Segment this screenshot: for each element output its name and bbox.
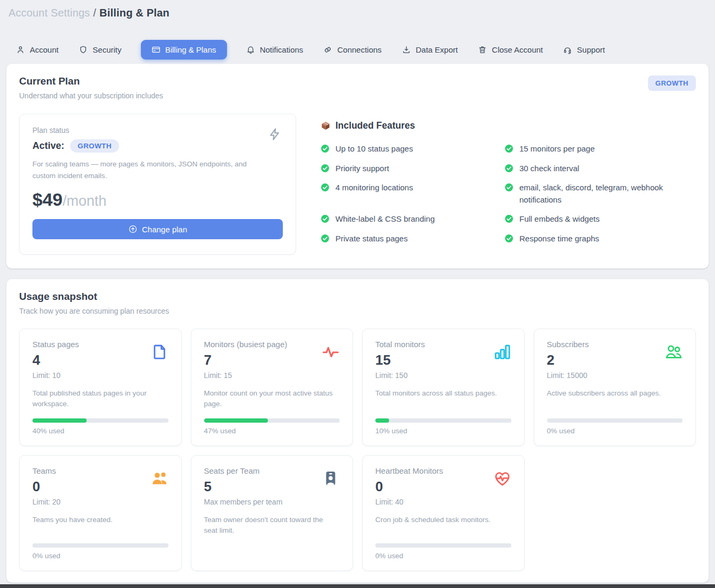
usage-title: Usage snapshot	[19, 291, 696, 303]
usage-progress: 40% used	[32, 410, 169, 435]
usage-subtitle: Track how you are consuming plan resourc…	[19, 307, 696, 315]
settings-page: Account Settings/Billing & Plan Account …	[0, 0, 715, 583]
usage-card-limit: Limit: 20	[32, 498, 61, 506]
usage-progress: 47% used	[204, 410, 340, 435]
current-plan-title: Current Plan	[19, 75, 163, 87]
feature-item: 4 monitoring locations	[321, 182, 504, 206]
plan-price: $49	[32, 189, 63, 210]
tab-support[interactable]: Support	[562, 40, 606, 59]
usage-grid: Status pages 4 Limit: 10 Total published…	[19, 329, 696, 571]
feature-item: Full embeds & widgets	[504, 213, 701, 225]
usage-card-description: Total published status pages in your wor…	[32, 388, 169, 410]
check-icon	[321, 144, 330, 153]
progress-bar	[375, 418, 511, 423]
check-icon	[504, 214, 514, 223]
screen-bottom-edge	[0, 584, 715, 588]
feature-label: Response time graphs	[519, 233, 599, 245]
usage-card: Seats per Team 5 Max members per team Te…	[191, 455, 354, 571]
usage-card: Total monitors 15 Limit: 150 Total monit…	[362, 329, 525, 446]
download-icon	[402, 45, 411, 54]
tab-data-export[interactable]: Data Export	[401, 40, 459, 59]
usage-card-value: 7	[204, 352, 288, 368]
tab-connections[interactable]: Connections	[322, 40, 382, 59]
feature-label: email, slack, discord, telegram, webhook…	[519, 182, 701, 206]
people-icon	[664, 343, 683, 361]
tab-label: Close Account	[492, 45, 543, 54]
usage-card-description: Total monitors across all status pages.	[375, 388, 511, 399]
change-plan-button[interactable]: Change plan	[32, 219, 283, 239]
progress-bar	[547, 418, 683, 423]
page-title: Billing & Plan	[99, 7, 170, 19]
circle-up-icon	[128, 224, 138, 234]
usage-card-limit: Limit: 10	[32, 371, 79, 380]
tab-security[interactable]: Security	[78, 40, 122, 59]
usage-card-title: Subscribers	[547, 340, 589, 349]
usage-card-value: 0	[375, 478, 443, 495]
usage-card-description: Team owner doesn't count toward the seat…	[204, 515, 340, 536]
usage-card: Monitors (busiest page) 7 Limit: 15 Moni…	[191, 329, 354, 446]
feature-label: Priority support	[335, 163, 389, 175]
usage-card-title: Total monitors	[375, 340, 425, 349]
progress-bar	[375, 543, 511, 548]
check-icon	[321, 214, 330, 223]
progress-bar	[32, 418, 169, 423]
usage-card-title: Teams	[32, 466, 61, 475]
tab-label: Billing & Plans	[165, 45, 216, 54]
usage-snapshot-card: Usage snapshot Track how you are consumi…	[6, 279, 709, 583]
usage-card-value: 2	[547, 352, 589, 368]
tab-label: Notifications	[260, 45, 304, 54]
usage-percent-label: 0% used	[32, 552, 169, 560]
usage-card-limit: Limit: 40	[375, 498, 443, 506]
headset-icon	[563, 45, 572, 54]
feature-label: Private status pages	[335, 233, 408, 245]
tab-bar: Account Security Billing & Plans Notific…	[15, 40, 606, 60]
usage-card-description: Active subscribers across all pages.	[547, 388, 683, 399]
tab-billing-plans[interactable]: Billing & Plans	[141, 40, 227, 60]
feature-label: Full embeds & widgets	[519, 213, 600, 225]
tab-notifications[interactable]: Notifications	[245, 40, 305, 59]
tab-label: Account	[30, 45, 58, 54]
included-features: Included Features Up to 10 status pages …	[321, 114, 701, 255]
feature-item: Up to 10 status pages	[321, 143, 504, 155]
bell-icon	[246, 45, 255, 54]
usage-card-value: 15	[375, 352, 425, 368]
usage-card: Heartbeat Monitors 0 Limit: 40 Cron job …	[362, 455, 525, 571]
usage-card: Subscribers 2 Limit: 15000 Active subscr…	[534, 329, 696, 446]
usage-card-value: 4	[32, 352, 79, 368]
tab-label: Data Export	[416, 45, 458, 54]
progress-bar	[32, 543, 169, 548]
check-icon	[321, 183, 330, 192]
usage-card-title: Monitors (busiest page)	[204, 340, 288, 349]
feature-item: 15 monitors per page	[504, 143, 701, 155]
package-icon	[321, 121, 331, 131]
lightning-icon	[267, 127, 282, 141]
shield-icon	[79, 45, 88, 54]
check-icon	[321, 164, 330, 173]
usage-card-title: Seats per Team	[204, 466, 283, 475]
feature-label: 30 check interval	[519, 163, 579, 175]
plan-state-badge: GROWTH	[70, 139, 119, 153]
features-grid: Up to 10 status pages 15 monitors per pa…	[321, 143, 701, 245]
feature-item: Response time graphs	[504, 233, 701, 245]
usage-card-limit: Max members per team	[204, 498, 283, 506]
change-plan-label: Change plan	[142, 225, 187, 234]
usage-card-limit: Limit: 15	[204, 371, 288, 380]
usage-percent-label: 47% used	[204, 427, 340, 435]
feature-label: Up to 10 status pages	[335, 143, 413, 155]
check-icon	[504, 234, 514, 243]
heart-pulse-icon	[493, 469, 511, 488]
tab-account[interactable]: Account	[15, 40, 60, 59]
usage-card: Status pages 4 Limit: 10 Total published…	[19, 329, 182, 446]
tab-close-account[interactable]: Close Account	[477, 40, 544, 59]
check-icon	[321, 234, 330, 243]
check-icon	[504, 183, 514, 192]
plan-state: Active:	[32, 140, 64, 152]
feature-label: White-label & CSS branding	[335, 213, 435, 225]
breadcrumb-separator: /	[93, 7, 96, 19]
usage-percent-label: 0% used	[547, 427, 683, 435]
usage-percent-label: 0% used	[375, 552, 511, 560]
usage-card-title: Heartbeat Monitors	[375, 466, 443, 475]
usage-card-value: 5	[204, 478, 283, 495]
usage-progress: 0% used	[547, 410, 683, 435]
plan-tier-badge: GROWTH	[648, 75, 696, 91]
